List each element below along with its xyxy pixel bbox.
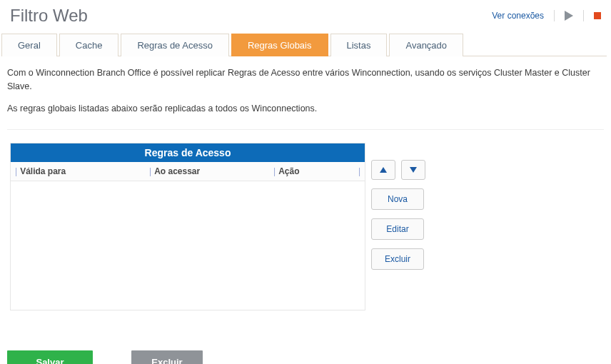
view-connections-link[interactable]: Ver conexões [492, 11, 544, 21]
tab-bar: Geral Cache Regras de Acesso Regras Glob… [1, 33, 607, 56]
tab-cache[interactable]: Cache [59, 34, 119, 56]
separator [554, 10, 555, 21]
access-rules-table: Regras de Acesso |Válida para |Ao acessa… [10, 143, 365, 310]
separator [583, 10, 584, 21]
move-down-button[interactable] [401, 160, 425, 180]
edit-button[interactable]: Editar [371, 218, 424, 240]
col-ao-acessar[interactable]: |Ao acessar [145, 162, 269, 181]
tab-listas[interactable]: Listas [330, 34, 388, 56]
tab-regras-globais[interactable]: Regras Globais [231, 34, 328, 56]
col-end-sep: | [358, 162, 365, 181]
intro-text: Com o Winconnection Branch Office é poss… [0, 56, 611, 128]
delete-page-button[interactable]: Excluir [131, 350, 203, 364]
svg-marker-0 [565, 11, 573, 21]
svg-marker-3 [410, 167, 417, 173]
triangle-down-icon [410, 165, 417, 175]
intro-p2: As regras globais listadas abaixo serão … [7, 102, 604, 116]
delete-button[interactable]: Excluir [371, 248, 424, 270]
tab-avancado[interactable]: Avançado [389, 34, 463, 56]
table-body[interactable] [11, 181, 365, 310]
divider [7, 129, 604, 130]
intro-p1: Com o Winconnection Branch Office é poss… [7, 66, 604, 93]
svg-rect-1 [594, 12, 601, 19]
move-up-button[interactable] [371, 160, 395, 180]
table-title: Regras de Acesso [11, 143, 365, 162]
table-header: |Válida para |Ao acessar |Ação | [11, 162, 365, 181]
side-controls: Nova Editar Excluir [371, 143, 425, 270]
tab-geral[interactable]: Geral [1, 34, 57, 56]
svg-marker-2 [380, 167, 387, 173]
triangle-up-icon [380, 165, 387, 175]
stop-icon[interactable] [594, 12, 601, 19]
tab-regras-acesso[interactable]: Regras de Acesso [121, 34, 229, 56]
new-button[interactable]: Nova [371, 188, 424, 210]
col-acao[interactable]: |Ação [269, 162, 358, 181]
save-button[interactable]: Salvar [7, 350, 93, 364]
col-ao-acessar-label: Ao acessar [154, 166, 200, 176]
col-valida-para-label: Válida para [20, 166, 66, 176]
page-title: Filtro Web [10, 6, 88, 26]
col-valida-para[interactable]: |Válida para [11, 162, 145, 181]
play-icon[interactable] [565, 11, 573, 21]
col-acao-label: Ação [278, 166, 299, 176]
